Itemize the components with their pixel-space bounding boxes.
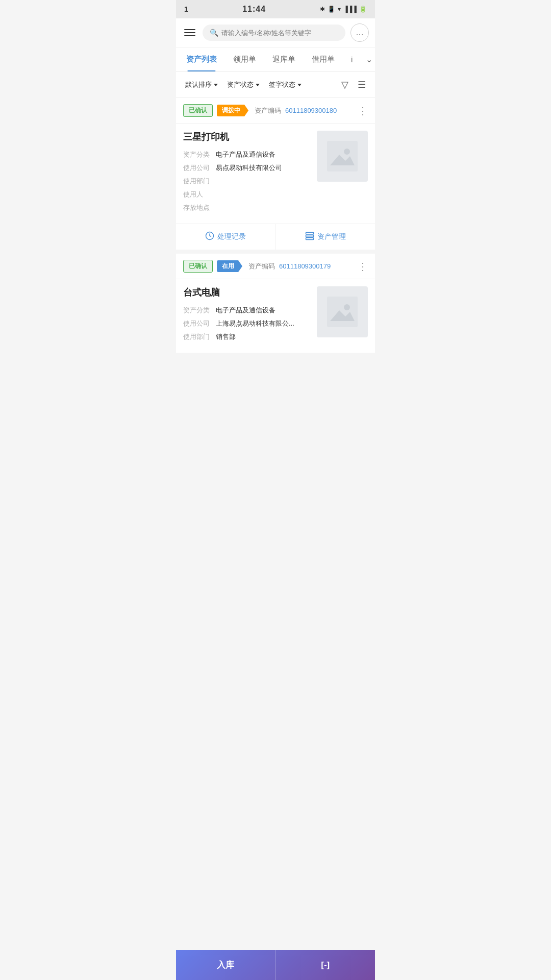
asset-name-2: 台式电脑 <box>183 286 311 299</box>
status-bar: 1 11:44 ✱ 📱 ▾ ▐▐▐ 🔋 <box>176 0 375 18</box>
tab-claim[interactable]: 领用单 <box>225 47 264 71</box>
tab-dropdown-button[interactable]: ⌄ <box>361 47 375 71</box>
status-time: 11:44 <box>242 5 266 14</box>
filter-funnel-button[interactable]: ▽ <box>338 77 352 92</box>
funnel-icon: ▽ <box>341 80 348 90</box>
status-circle: 1 <box>184 5 188 13</box>
sort-label: 默认排序 <box>185 80 212 89</box>
info-row-company-2: 使用公司 上海易点易动科技有限公... <box>183 319 311 328</box>
process-record-icon-1 <box>205 231 214 242</box>
bottom-bar: 入库 [-] <box>176 950 375 980</box>
dept-label-2: 使用部门 <box>183 332 216 341</box>
process-record-label-1: 处理记录 <box>217 232 246 241</box>
code-value-1: 60111809300180 <box>285 107 337 114</box>
sort-arrow-icon <box>214 84 218 86</box>
category-value-1: 电子产品及通信设备 <box>216 150 276 159</box>
battery-icon: 🔋 <box>359 6 367 13</box>
search-icon: 🔍 <box>210 29 218 37</box>
asset-name-1: 三星打印机 <box>183 131 311 143</box>
wifi-icon: ▾ <box>338 6 341 13</box>
dept-label-1: 使用部门 <box>183 177 216 186</box>
code-value-2: 60111809300179 <box>279 262 331 270</box>
info-row-location-1: 存放地点 <box>183 203 311 212</box>
menu-button[interactable] <box>182 27 197 38</box>
card-more-btn-2[interactable]: ⋮ <box>358 261 368 272</box>
svg-rect-7 <box>327 297 358 327</box>
placeholder-image-icon-2 <box>327 297 358 327</box>
svg-point-1 <box>344 149 350 155</box>
asset-status-arrow-icon <box>256 84 260 86</box>
asset-manage-icon-1 <box>305 231 314 242</box>
search-bar[interactable]: 🔍 <box>203 24 345 41</box>
company-label-2: 使用公司 <box>183 319 216 328</box>
card-body-2: 台式电脑 资产分类 电子产品及通信设备 使用公司 上海易点易动科技有限公... … <box>176 279 375 353</box>
info-row-company-1: 使用公司 易点易动科技有限公司 <box>183 163 311 173</box>
info-row-category-2: 资产分类 电子产品及通信设备 <box>183 306 311 315</box>
chat-button[interactable]: … <box>350 23 369 42</box>
svg-point-8 <box>344 304 350 310</box>
dept-value-2: 销售部 <box>216 332 236 341</box>
asset-card-2: 已确认 在用 资产编码 60111809300179 ⋮ 台式电脑 资产分类 电… <box>176 254 375 353</box>
status-icons: ✱ 📱 ▾ ▐▐▐ 🔋 <box>320 6 367 13</box>
checkout-button[interactable]: [-] <box>276 950 375 980</box>
search-input[interactable] <box>221 29 338 37</box>
placeholder-image-icon-1 <box>327 141 358 172</box>
category-label-2: 资产分类 <box>183 306 216 315</box>
nav-bar: 🔍 … <box>176 18 375 47</box>
sign-status-label: 签字状态 <box>269 80 295 89</box>
bluetooth-icon: ✱ <box>320 6 325 13</box>
info-row-dept-2: 使用部门 销售部 <box>183 332 311 341</box>
company-value-2: 上海易点易动科技有限公... <box>216 319 294 328</box>
company-value-1: 易点易动科技有限公司 <box>216 163 282 173</box>
asset-status-button[interactable]: 资产状态 <box>224 78 263 91</box>
code-label-2: 资产编码 <box>248 262 275 271</box>
card-more-btn-1[interactable]: ⋮ <box>358 106 368 116</box>
inbound-button[interactable]: 入库 <box>176 950 276 980</box>
process-record-btn-1[interactable]: 处理记录 <box>176 224 276 250</box>
phone-icon: 📱 <box>328 6 335 13</box>
sign-status-button[interactable]: 签字状态 <box>266 78 305 91</box>
filter-list-button[interactable]: ☰ <box>355 77 369 92</box>
card-info-1: 三星打印机 资产分类 电子产品及通信设备 使用公司 易点易动科技有限公司 使用部… <box>183 131 311 216</box>
tab-return[interactable]: 退库单 <box>264 47 304 71</box>
signal-icon: ▐▐▐ <box>343 6 357 13</box>
asset-manage-btn-1[interactable]: 资产管理 <box>276 224 375 250</box>
sort-button[interactable]: 默认排序 <box>182 78 221 91</box>
status-badge-1: 调拨中 <box>217 105 248 116</box>
asset-image-1 <box>317 131 368 182</box>
chat-icon: … <box>356 28 364 37</box>
svg-rect-4 <box>306 232 313 234</box>
confirmed-badge-2: 已确认 <box>183 260 213 273</box>
status-badge-2: 在用 <box>217 260 242 272</box>
card-body-1: 三星打印机 资产分类 电子产品及通信设备 使用公司 易点易动科技有限公司 使用部… <box>176 124 375 224</box>
tab-borrow[interactable]: 借用单 <box>304 47 343 71</box>
sign-status-arrow-icon <box>297 84 302 86</box>
svg-rect-5 <box>306 235 313 237</box>
tab-more-label[interactable]: i <box>343 48 361 71</box>
card-actions-1: 处理记录 资产管理 <box>176 224 375 250</box>
info-row-category-1: 资产分类 电子产品及通信设备 <box>183 150 311 159</box>
confirmed-badge-1: 已确认 <box>183 104 213 117</box>
tab-asset-list[interactable]: 资产列表 <box>178 47 225 71</box>
company-label-1: 使用公司 <box>183 163 216 173</box>
info-row-dept-1: 使用部门 <box>183 177 311 186</box>
info-row-user-1: 使用人 <box>183 190 311 199</box>
user-label-1: 使用人 <box>183 190 216 199</box>
category-value-2: 电子产品及通信设备 <box>216 306 276 315</box>
list-icon: ☰ <box>358 80 366 90</box>
card-info-2: 台式电脑 资产分类 电子产品及通信设备 使用公司 上海易点易动科技有限公... … <box>183 286 311 346</box>
asset-manage-label-1: 资产管理 <box>317 232 346 241</box>
asset-card-1: 已确认 调拨中 资产编码 60111809300180 ⋮ 三星打印机 资产分类… <box>176 98 375 250</box>
card-header-2: 已确认 在用 资产编码 60111809300179 ⋮ <box>176 254 375 279</box>
svg-rect-0 <box>327 141 358 172</box>
filter-bar: 默认排序 资产状态 签字状态 ▽ ☰ <box>176 72 375 98</box>
category-label-1: 资产分类 <box>183 150 216 159</box>
asset-status-label: 资产状态 <box>227 80 254 89</box>
code-label-1: 资产编码 <box>255 106 281 115</box>
svg-rect-6 <box>306 238 313 240</box>
asset-image-2 <box>317 286 368 337</box>
card-header-1: 已确认 调拨中 资产编码 60111809300180 ⋮ <box>176 98 375 124</box>
location-label-1: 存放地点 <box>183 203 216 212</box>
tab-bar: 资产列表 领用单 退库单 借用单 i ⌄ <box>176 47 375 72</box>
